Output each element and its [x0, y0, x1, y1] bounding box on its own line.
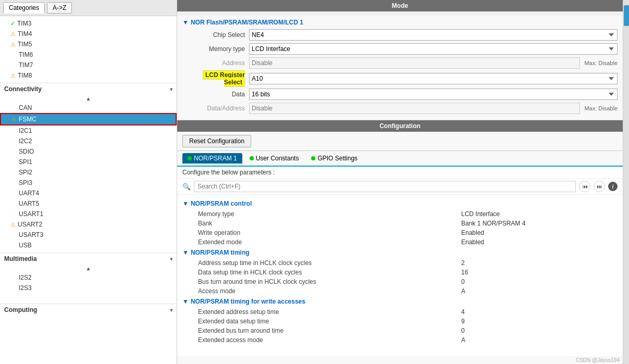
nav-next-btn[interactable]: ⏭ [594, 181, 605, 192]
search-input[interactable] [194, 181, 576, 192]
sidebar-item-spi1[interactable]: SPI1 [0, 157, 177, 167]
scroll-up-btn2[interactable]: ▲ [0, 265, 177, 272]
chip-select-dropdown[interactable]: NE4 [249, 29, 618, 41]
sidebar-item-tim4[interactable]: ⚠ TIM4 [0, 29, 177, 39]
param-value: 2 [461, 259, 618, 267]
collapse-icon[interactable]: ▼ [182, 298, 189, 305]
sidebar-item-spi3[interactable]: SPI3 [0, 178, 177, 188]
connectivity-section[interactable]: Connectivity ▾ [0, 83, 177, 95]
chip-select-label: Chip Select [182, 31, 245, 39]
tab-user-constants[interactable]: User Constants [244, 153, 304, 164]
sidebar-item-usart1[interactable]: USART1 [0, 209, 177, 219]
config-header: Configuration [177, 120, 623, 132]
param-value: Enabled [461, 239, 618, 246]
collapse-icon[interactable]: ▼ [182, 200, 189, 207]
main-inner: Mode ▼ NOR Flash/PSRAM/SRAM/ROM/LCD 1 Ch… [177, 0, 623, 364]
sidebar-item-tim6[interactable]: TIM6 [0, 49, 177, 60]
sidebar-item-label: USB [19, 242, 32, 249]
data-dropdown[interactable]: 16 bits [249, 89, 618, 100]
sidebar-item-spi2[interactable]: SPI2 [0, 167, 177, 178]
sidebar-item-tim3[interactable]: ✓ TIM3 [0, 18, 177, 29]
sidebar-item-label: TIM7 [19, 61, 33, 69]
group-label: NOR/PSRAM timing for write accesses [191, 298, 305, 305]
sidebar-item-tim5[interactable]: ⚠ TIM5 [0, 39, 177, 49]
sidebar-item-can[interactable]: CAN [0, 103, 177, 113]
sidebar-item-label: FSMC [19, 116, 36, 123]
vertical-scrollbar[interactable] [623, 0, 629, 364]
chevron-down-icon: ▾ [170, 307, 172, 313]
tab-gpio-settings[interactable]: GPIO Settings [306, 153, 363, 164]
table-row: Extended access mode A [182, 335, 618, 345]
reset-config-button[interactable]: Reset Configuration [182, 135, 251, 147]
scroll-up-btn[interactable]: ▲ [0, 95, 177, 103]
mode-panel: Mode ▼ NOR Flash/PSRAM/SRAM/ROM/LCD 1 Ch… [177, 0, 623, 120]
sidebar-item-label: I2C1 [19, 127, 32, 134]
multimedia-section[interactable]: Multimedia ▾ [0, 253, 177, 265]
collapse-icon[interactable]: ▼ [182, 19, 189, 26]
sidebar-item-label: TIM8 [18, 72, 32, 79]
sidebar-item-uart5[interactable]: UART5 [0, 198, 177, 209]
lcd-register-dropdown[interactable]: A10 [249, 73, 618, 84]
sidebar-item-fsmc[interactable]: ⚠ FSMC [0, 113, 177, 125]
address-max: Max: Disable [584, 60, 618, 66]
param-name: Bus turn around time in HCLK clock cycle… [198, 278, 461, 285]
info-icon[interactable]: i [608, 182, 618, 191]
param-name: Extended mode [198, 239, 461, 246]
chevron-down-icon: ▾ [170, 256, 172, 262]
check-icon: ✓ [10, 20, 15, 27]
config-content: ▼ NOR/PSRAM control Memory type LCD Inte… [177, 195, 623, 356]
nav-prev-btn[interactable]: ⏮ [579, 181, 590, 192]
warn-icon: ⚠ [10, 72, 16, 79]
tab-atoz[interactable]: A->Z [47, 2, 72, 14]
chevron-down-icon: ▾ [170, 86, 172, 92]
sidebar-item-label: SPI1 [19, 158, 32, 166]
table-row: Memory type LCD Interface [182, 209, 618, 219]
sidebar-item-label: USART2 [18, 221, 42, 228]
sidebar-item-i2s2[interactable]: I2S2 [0, 272, 177, 283]
sidebar-item-usb[interactable]: USB [0, 240, 177, 250]
sidebar-item-i2s3[interactable]: I2S3 [0, 283, 177, 293]
param-name: Access mode [198, 287, 461, 295]
scrollbar-thumb[interactable] [624, 5, 629, 26]
section-label: Multimedia [4, 255, 37, 262]
table-row: Data setup time in HCLK clock cycles 16 [182, 268, 618, 277]
main-area: Mode ▼ NOR Flash/PSRAM/SRAM/ROM/LCD 1 Ch… [177, 0, 629, 364]
table-row: Bus turn around time in HCLK clock cycle… [182, 277, 618, 286]
sidebar-item-label: SDIO [19, 148, 34, 155]
config-tabs: NOR/PSRAM 1 User Constants GPIO Settings [177, 151, 623, 167]
param-name: Data setup time in HCLK clock cycles [198, 269, 461, 276]
sidebar-item-usart3[interactable]: USART3 [0, 230, 177, 240]
sidebar-item-sdio[interactable]: SDIO [0, 146, 177, 157]
warn-icon: ⚠ [10, 31, 16, 37]
table-row: Extended data setup time 9 [182, 317, 618, 326]
tab-nor-psram[interactable]: NOR/PSRAM 1 [182, 153, 242, 164]
lcd-register-label-wrapper: LCD Register Select [182, 71, 245, 86]
mode-section-title: ▼ NOR Flash/PSRAM/SRAM/ROM/LCD 1 [182, 19, 618, 26]
computing-section[interactable]: Computing ▾ [0, 304, 177, 316]
address-input [249, 57, 580, 69]
config-panel: Configuration Reset Configuration NOR/PS… [177, 120, 623, 364]
param-value: A [461, 336, 618, 344]
sidebar-item-tim7[interactable]: TIM7 [0, 60, 177, 70]
param-value: 9 [461, 318, 618, 325]
tab-active-dot [188, 156, 192, 160]
sidebar-item-label: CAN [19, 104, 32, 111]
sidebar-item-uart4[interactable]: UART4 [0, 188, 177, 198]
param-name: Address setup time in HCLK clock cycles [198, 259, 461, 267]
sidebar-item-i2c2[interactable]: I2C2 [0, 136, 177, 146]
collapse-icon[interactable]: ▼ [182, 249, 189, 256]
group-title-write: ▼ NOR/PSRAM timing for write accesses [182, 298, 618, 305]
config-params-header: Configure the below parameters : [177, 167, 623, 179]
tab-label: User Constants [256, 155, 299, 162]
sidebar-item-i2c1[interactable]: I2C1 [0, 125, 177, 136]
data-address-input [249, 103, 580, 114]
memory-type-dropdown[interactable]: LCD Interface [249, 43, 618, 55]
sidebar-item-usart2[interactable]: ⚠ USART2 [0, 219, 177, 230]
sidebar-item-tim8[interactable]: ⚠ TIM8 [0, 70, 177, 81]
sidebar: Categories A->Z ✓ TIM3 ⚠ TIM4 ⚠ TIM5 TIM… [0, 0, 177, 364]
group-label: NOR/PSRAM timing [191, 249, 250, 256]
table-row: Extended address setup time 4 [182, 307, 618, 317]
data-address-label: Data/Address [182, 105, 245, 112]
tab-categories[interactable]: Categories [3, 2, 45, 14]
sidebar-item-label: UART4 [19, 190, 39, 197]
